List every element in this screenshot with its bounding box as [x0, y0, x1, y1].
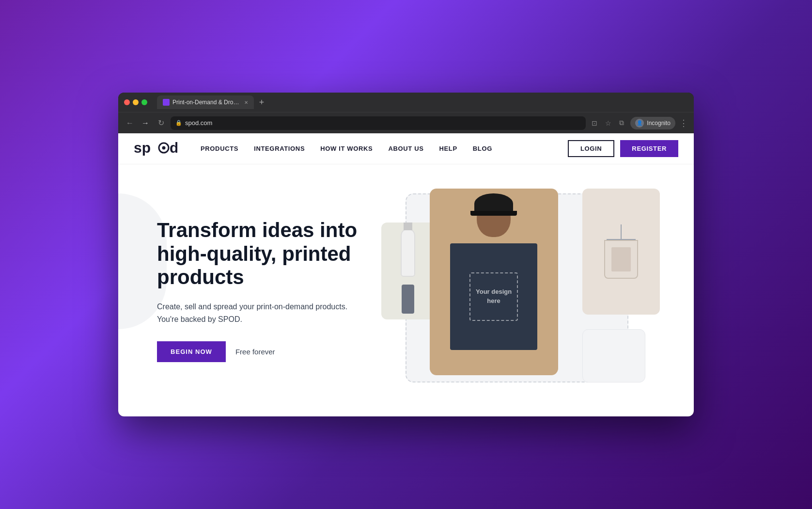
website-content: sp d PRODUCTS INTEGRATIONS HOW IT WORKS … [118, 133, 694, 416]
tote-inner [611, 247, 631, 271]
login-button[interactable]: LOGIN [568, 140, 614, 157]
nav-about-us[interactable]: ABOUT US [388, 145, 423, 152]
address-bar[interactable]: 🔒 spod.com [171, 116, 586, 130]
bookmark-icon[interactable]: ☆ [603, 118, 613, 128]
hanger-shape [604, 224, 638, 279]
browser-toolbar: ← → ↻ 🔒 spod.com ⊡ ☆ ⧉ 👤 Incognito ⋮ [118, 112, 694, 133]
tab-favicon [163, 99, 170, 106]
tshirt-wrapper: Your design here [430, 218, 558, 375]
tab-close-icon[interactable]: ✕ [244, 100, 248, 105]
hero-bag-card [582, 189, 660, 315]
lock-icon: 🔒 [175, 120, 182, 126]
svg-point-2 [162, 146, 166, 149]
site-navigation: sp d PRODUCTS INTEGRATIONS HOW IT WORKS … [118, 133, 694, 164]
nav-help[interactable]: HELP [439, 145, 457, 152]
hanger-hook [621, 224, 622, 239]
free-forever-label: Free forever [235, 348, 275, 356]
hero-description: Create, sell and spread your print-on-de… [157, 301, 351, 325]
hero-images: Your design here [381, 184, 655, 397]
hero-bottom-card [582, 329, 645, 382]
traffic-lights [124, 99, 147, 105]
nav-links: PRODUCTS INTEGRATIONS HOW IT WORKS ABOUT… [201, 145, 568, 152]
minimize-button[interactable] [133, 99, 139, 105]
incognito-label: Incognito [647, 120, 671, 127]
nav-how-it-works[interactable]: HOW IT WORKS [320, 145, 373, 152]
bottle-cap [404, 223, 412, 230]
maximize-button[interactable] [141, 99, 147, 105]
nav-products[interactable]: PRODUCTS [201, 145, 238, 152]
tote-bag [604, 240, 638, 279]
cast-icon[interactable]: ⊡ [590, 118, 599, 128]
close-button[interactable] [124, 99, 130, 105]
browser-window: Print-on-Demand & Dropshipp... ✕ + ← → ↻… [118, 93, 694, 416]
nav-integrations[interactable]: INTEGRATIONS [254, 145, 305, 152]
profile-button[interactable]: 👤 Incognito [630, 117, 675, 129]
hero-title: Transform ideas into high-quality, print… [157, 219, 381, 289]
hero-bottles-card [381, 223, 435, 319]
reload-button[interactable]: ↻ [155, 117, 167, 129]
browser-tab[interactable]: Print-on-Demand & Dropshipp... ✕ [157, 95, 254, 109]
more-options-button[interactable]: ⋮ [679, 118, 688, 128]
tab-manager-icon[interactable]: ⧉ [617, 118, 626, 128]
hero-section: Transform ideas into high-quality, print… [118, 164, 694, 416]
avatar: 👤 [635, 119, 644, 127]
new-tab-button[interactable]: + [256, 96, 267, 108]
bottle2-product [402, 285, 414, 314]
nav-blog[interactable]: BLOG [473, 145, 492, 152]
design-placeholder: Your design here [469, 272, 518, 321]
back-button[interactable]: ← [124, 117, 136, 129]
forward-button[interactable]: → [140, 117, 151, 129]
spod-logo-svg: sp d [134, 140, 177, 156]
bottle-product [401, 228, 415, 277]
browser-titlebar: Print-on-Demand & Dropshipp... ✕ + [118, 93, 694, 112]
svg-text:d: d [170, 140, 177, 156]
hat-brim [470, 211, 517, 216]
person-figure: Your design here [430, 189, 558, 375]
address-text: spod.com [185, 119, 212, 127]
hero-cta: BEGIN NOW Free forever [157, 341, 381, 362]
svg-text:sp: sp [134, 140, 151, 156]
hero-main-product-card: Your design here [430, 189, 558, 375]
nav-actions: LOGIN REGISTER [568, 140, 678, 157]
hero-content: Transform ideas into high-quality, print… [157, 219, 381, 362]
tab-title: Print-on-Demand & Dropshipp... [172, 99, 241, 106]
toolbar-right: ⊡ ☆ ⧉ 👤 Incognito ⋮ [590, 117, 688, 129]
begin-now-button[interactable]: BEGIN NOW [157, 341, 226, 362]
register-button[interactable]: REGISTER [620, 140, 678, 157]
site-logo[interactable]: sp d [134, 140, 177, 158]
tshirt-shape: Your design here [450, 243, 537, 350]
tab-bar: Print-on-Demand & Dropshipp... ✕ + [157, 95, 688, 109]
